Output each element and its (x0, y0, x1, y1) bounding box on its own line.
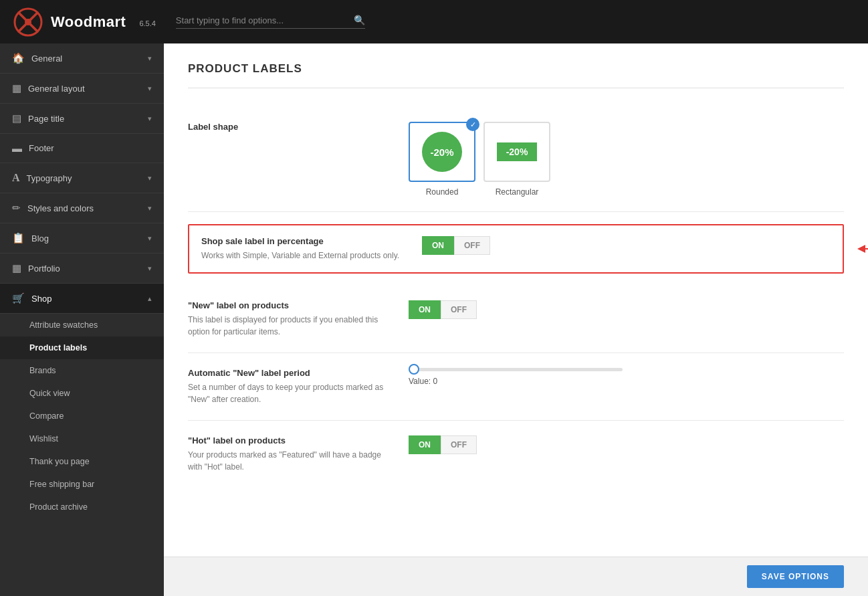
sale-percentage-title: Shop sale label in percentage (201, 236, 402, 246)
save-options-button[interactable]: SAVE OPTIONS (747, 565, 844, 588)
subitem-label-quick-view: Quick view (29, 389, 70, 398)
sidebar-item-shop[interactable]: 🛒 Shop ▴ (0, 284, 164, 314)
sidebar-item-styles-colors[interactable]: ✏ Styles and colors ▾ (0, 193, 164, 223)
sidebar-subitem-wishlist[interactable]: Wishlist (0, 427, 164, 450)
sidebar-label-blog: Blog (31, 233, 141, 243)
sidebar-item-general-layout[interactable]: ▦ General layout ▾ (0, 74, 164, 104)
rounded-caption: Rounded (426, 187, 459, 197)
label-shape-control: ✓ -20% Rounded -20% Rectangular (409, 122, 844, 197)
chevron-up-icon: ▴ (148, 294, 152, 303)
save-bar: SAVE OPTIONS (164, 557, 868, 596)
subitem-label-attribute-swatches: Attribute swatches (29, 320, 98, 330)
page-title: PRODUCT LABELS (188, 62, 844, 88)
sidebar-label-general: General (31, 54, 141, 64)
rounded-shape-box[interactable]: ✓ -20% (409, 122, 475, 182)
global-search[interactable]: 🔍 (176, 15, 365, 29)
sidebar-item-page-title[interactable]: ▤ Page title ▾ (0, 104, 164, 134)
sidebar-subitem-compare[interactable]: Compare (0, 405, 164, 427)
hot-label-toggle-off[interactable]: OFF (441, 435, 477, 454)
toggle-off-button[interactable]: OFF (454, 236, 490, 255)
new-label-toggle-off[interactable]: OFF (441, 300, 477, 319)
app-header: Woodmart 6.5.4 🔍 (0, 0, 868, 43)
section-label-shape: Label shape ✓ -20% Rounded -20 (188, 107, 844, 212)
selected-checkmark: ✓ (466, 118, 479, 131)
woodmart-logo-icon (13, 7, 43, 37)
new-label-period-label-col: Automatic "New" label period Set a numbe… (188, 368, 389, 405)
sidebar: 🏠 General ▾ ▦ General layout ▾ ▤ Page ti… (0, 43, 164, 596)
typography-icon: A (12, 172, 20, 184)
search-input[interactable] (176, 15, 350, 25)
content-inner: PRODUCT LABELS Label shape ✓ -20% Rounde… (164, 43, 868, 596)
section-hot-label: "Hot" label on products Your products ma… (188, 421, 844, 488)
rectangular-caption: Rectangular (496, 187, 539, 197)
content-area: PRODUCT LABELS Label shape ✓ -20% Rounde… (164, 43, 868, 596)
slider-value-label: Value: 0 (409, 377, 623, 386)
hot-label-title: "Hot" label on products (188, 435, 389, 445)
section-new-label-period: Automatic "New" label period Set a numbe… (188, 353, 844, 421)
hot-label-row: "Hot" label on products Your products ma… (188, 435, 844, 473)
grid-icon: ▦ (12, 82, 21, 94)
sale-percentage-label-col: Shop sale label in percentage Works with… (201, 236, 402, 262)
label-shape-label-col: Label shape (188, 122, 389, 135)
sidebar-item-typography[interactable]: A Typography ▾ (0, 163, 164, 193)
sidebar-subitem-attribute-swatches[interactable]: Attribute swatches (0, 314, 164, 336)
hot-label-control: ON OFF (409, 435, 844, 454)
sidebar-subitem-thank-you-page[interactable]: Thank you page (0, 450, 164, 473)
new-label-period-title: Automatic "New" label period (188, 368, 389, 378)
subitem-label-product-labels: Product labels (29, 343, 87, 353)
hot-label-toggle[interactable]: ON OFF (409, 435, 477, 454)
sale-percentage-control: ON OFF (422, 236, 831, 255)
sale-percentage-highlighted-box: Shop sale label in percentage Works with… (188, 224, 844, 274)
new-label-period-control: Value: 0 (409, 368, 844, 386)
sidebar-subitem-quick-view[interactable]: Quick view (0, 382, 164, 405)
sidebar-item-portfolio[interactable]: ▦ Portfolio ▾ (0, 254, 164, 284)
sidebar-subitem-product-labels[interactable]: Product labels (0, 336, 164, 359)
sale-percentage-toggle[interactable]: ON OFF (422, 236, 490, 255)
slider-wrap: Value: 0 (409, 368, 623, 386)
toggle-on-button[interactable]: ON (422, 236, 454, 255)
sidebar-subitem-brands[interactable]: Brands (0, 359, 164, 382)
sidebar-item-footer[interactable]: ▬ Footer (0, 134, 164, 163)
subitem-label-thank-you-page: Thank you page (29, 457, 90, 466)
search-icon: 🔍 (354, 15, 365, 25)
sidebar-label-portfolio: Portfolio (28, 264, 141, 274)
hot-label-desc: Your products marked as "Featured" will … (188, 449, 389, 473)
hot-label-label-col: "Hot" label on products Your products ma… (188, 435, 389, 473)
rounded-badge: -20% (422, 132, 462, 172)
sidebar-item-blog[interactable]: 📋 Blog ▾ (0, 223, 164, 254)
svg-point-3 (25, 19, 31, 25)
new-label-period-row: Automatic "New" label period Set a numbe… (188, 368, 844, 405)
sidebar-item-general[interactable]: 🏠 General ▾ (0, 43, 164, 74)
logo-area: Woodmart 6.5.4 (13, 7, 156, 37)
sidebar-label-footer: Footer (29, 143, 152, 153)
label-shape-rectangular-option[interactable]: -20% Rectangular (483, 122, 550, 197)
new-label-label-col: "New" label on products This label is di… (188, 300, 389, 338)
new-label-toggle-on[interactable]: ON (409, 300, 441, 319)
new-label-toggle[interactable]: ON OFF (409, 300, 477, 319)
sidebar-subitem-product-archive[interactable]: Product archive (0, 496, 164, 518)
subitem-label-product-archive: Product archive (29, 502, 88, 512)
new-label-control: ON OFF (409, 300, 844, 319)
chevron-down-icon: ▾ (148, 54, 152, 63)
chevron-down-icon: ▾ (148, 84, 152, 93)
new-label-title: "New" label on products (188, 300, 389, 310)
label-shape-row: Label shape ✓ -20% Rounded -20 (188, 122, 844, 197)
app-name: Woodmart (51, 13, 126, 31)
app-version: 6.5.4 (139, 19, 155, 27)
hot-label-toggle-on[interactable]: ON (409, 435, 441, 454)
new-label-desc: This label is displayed for products if … (188, 314, 389, 338)
portfolio-icon: ▦ (12, 262, 21, 274)
label-shape-rounded-option[interactable]: ✓ -20% Rounded (409, 122, 475, 197)
red-arrow (857, 242, 868, 256)
sidebar-subitem-free-shipping-bar[interactable]: Free shipping bar (0, 473, 164, 496)
sidebar-label-shop: Shop (31, 294, 141, 304)
subitem-label-free-shipping-bar: Free shipping bar (29, 480, 94, 489)
slider-track (409, 368, 623, 371)
page-title-icon: ▤ (12, 112, 21, 124)
rectangular-shape-box[interactable]: -20% (483, 122, 550, 182)
section-new-label: "New" label on products This label is di… (188, 286, 844, 353)
new-label-row: "New" label on products This label is di… (188, 300, 844, 338)
home-icon: 🏠 (12, 52, 25, 64)
new-label-period-desc: Set a number of days to keep your produc… (188, 381, 389, 405)
section-sale-percentage: Shop sale label in percentage Works with… (188, 212, 844, 286)
